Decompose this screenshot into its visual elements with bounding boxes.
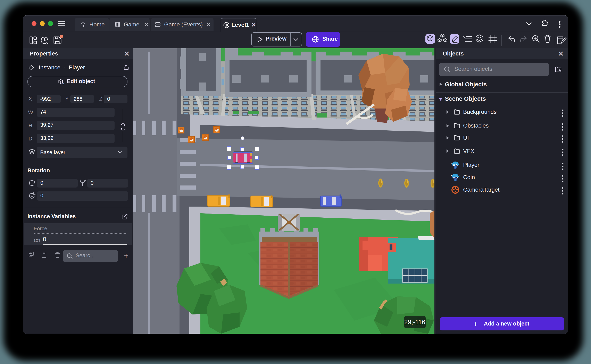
svg-text:3D: 3D — [61, 83, 64, 85]
svg-text:29;-116: 29;-116 — [404, 318, 425, 326]
